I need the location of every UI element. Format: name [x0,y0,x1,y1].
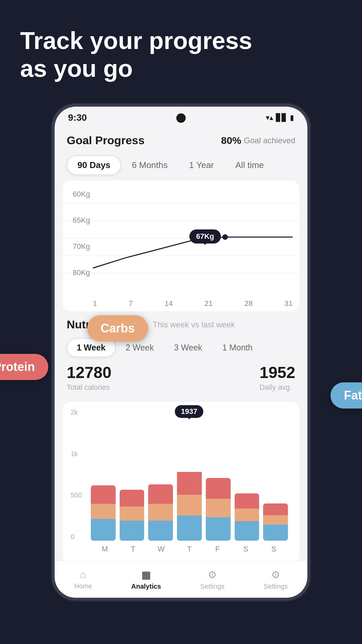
chart-tooltip: 67Kg [189,229,221,244]
x-label-31: 31 [284,299,292,308]
tab-1year[interactable]: 1 Year [178,155,225,175]
bar-wed-protein [148,484,173,504]
headline: Track your progress as you go [20,27,255,83]
x-label-7: 7 [129,299,133,308]
total-calories-label: Total calories [67,383,111,392]
bar-tue-fats [120,521,144,541]
nav-settings-2[interactable]: ⚙ Settings [263,569,288,590]
bar-thu-carbs [177,495,202,516]
x-label-14: 14 [165,299,173,308]
status-time: 9:30 [68,112,87,123]
tab-90days[interactable]: 90 Days [67,155,121,175]
phone-frame: 9:30 ▾▴ ▊▊ ▮ Goal Progress 80% Goal achi… [52,104,310,600]
bar-mon-fats [91,519,116,541]
bar-sat-protein [235,493,259,508]
bar-sun [263,409,288,541]
bx-s1: S [232,545,260,553]
nav-home-label: Home [74,582,92,590]
x-label-28: 28 [244,299,252,308]
bar-sat [235,409,259,541]
svg-point-0 [222,234,228,240]
battery-icon: ▮ [290,113,294,122]
headline-line1: Track your progress [20,27,252,54]
bar-fri-fats [206,517,231,541]
chart-x-labels: 1 7 14 21 28 31 [93,299,293,308]
nutrition-subtitle: This week vs last week [153,320,235,329]
goal-text: Goal achieved [244,136,295,145]
bx-f: F [203,545,232,553]
wifi-icon: ▾▴ [266,113,273,122]
nav-home[interactable]: ⌂ Home [74,569,92,590]
carbs-pill: Carbs [87,315,148,341]
daily-avg-label: Daily avg. [259,383,295,392]
bar-thu: 1937 [177,409,202,541]
bar-chart-inner: 2k 1k 500 0 [71,409,291,557]
home-icon: ⌂ [80,569,86,580]
nav-analytics[interactable]: ▦ Analytics [131,569,161,590]
bar-sun-carbs [263,515,288,525]
fats-pill: Fats [330,382,362,409]
weight-chart: 60Kg 65Kg 70Kg 80Kg 67Kg 1 7 [63,180,299,311]
bar-x-labels: M T W T F S S [91,545,288,553]
nav-settings-2-label: Settings [263,583,288,590]
settings-icon-2: ⚙ [271,569,280,581]
bx-m: M [91,545,119,553]
bar-y-labels: 2k 1k 500 0 [71,409,82,541]
camera-notch [176,113,186,123]
status-icons: ▾▴ ▊▊ ▮ [266,113,294,122]
bar-fri-carbs [206,499,231,517]
bx-w: W [147,545,175,553]
y-label-65: 65Kg [73,216,90,225]
bar-sun-protein [263,503,288,515]
bar-sat-fats [235,521,259,541]
chart-y-labels: 60Kg 65Kg 70Kg 80Kg [73,190,90,277]
daily-avg-value: 1952 [259,363,295,382]
stat-daily-avg: 1952 Daily avg. [259,363,295,392]
y-label-70: 70Kg [73,242,90,251]
headline-line2: as you go [20,55,133,82]
nav-settings-1-label: Settings [200,583,224,590]
bar-mon [91,409,116,541]
bottom-nav: ⌂ Home ▦ Analytics ⚙ Settings ⚙ Settings [55,561,307,598]
protein-pill-label: Protein [0,360,35,374]
by-0: 0 [71,533,82,541]
y-label-80: 80Kg [73,268,90,277]
by-1k: 1k [71,450,82,458]
ntab-1month[interactable]: 1 Month [212,338,262,357]
by-2k: 2k [71,409,82,416]
tab-alltime[interactable]: All time [225,155,275,175]
bar-fri [206,409,231,541]
bar-chart-section: 2k 1k 500 0 [63,402,299,564]
ntab-3week[interactable]: 3 Week [164,338,212,357]
period-tabs: 90 Days 6 Months 1 Year All time [55,155,307,175]
bx-t2: T [175,545,203,553]
total-calories-value: 12780 [67,363,111,382]
chart-area: 67Kg [93,190,293,291]
bx-s2: S [260,545,288,553]
bar-fri-protein [206,478,231,499]
bar-thu-fats [177,516,202,541]
bar-tue-carbs [120,506,144,521]
analytics-icon: ▦ [141,569,151,581]
bar-wed-fats [148,521,173,541]
carbs-pill-label: Carbs [101,321,135,335]
by-500: 500 [71,491,82,499]
bx-t1: T [119,545,147,553]
stats-row: 12780 Total calories 1952 Daily avg. [67,363,295,392]
x-label-1: 1 [93,299,97,308]
bar-wed [148,409,173,541]
header-goal: 80% Goal achieved [221,135,295,146]
bar-sat-carbs [235,508,259,521]
bar-mon-protein [91,485,116,504]
bar-tue-protein [120,490,144,506]
phone-screen: 9:30 ▾▴ ▊▊ ▮ Goal Progress 80% Goal achi… [55,107,307,598]
bar-sun-fats [263,525,288,541]
signal-icon: ▊▊ [276,113,287,122]
nav-settings-1[interactable]: ⚙ Settings [200,569,224,590]
goal-percent: 80% [221,135,241,146]
fats-pill-label: Fats [344,388,362,402]
bar-wed-carbs [148,504,173,521]
bar-tooltip: 1937 [175,405,203,418]
bars-container: 1937 [91,409,288,541]
tab-6months[interactable]: 6 Months [121,155,178,175]
